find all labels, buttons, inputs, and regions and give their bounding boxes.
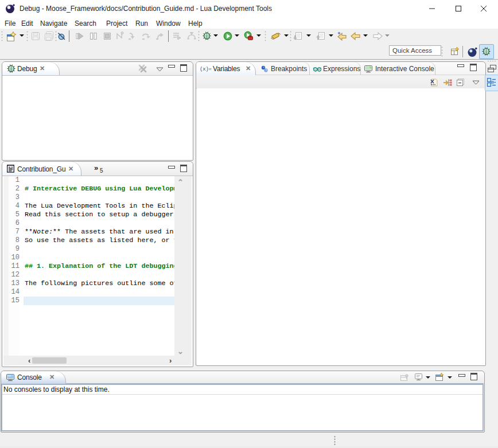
svg-text:x: x (314, 68, 316, 72)
svg-text:=: = (318, 68, 320, 72)
